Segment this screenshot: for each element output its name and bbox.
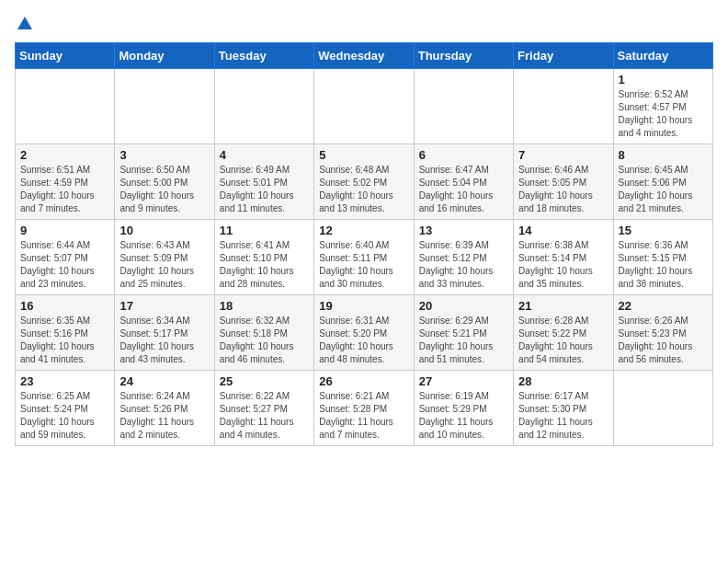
day-info: Sunrise: 6:45 AM Sunset: 5:06 PM Dayligh… (619, 164, 708, 215)
calendar-week-row: 9Sunrise: 6:44 AM Sunset: 5:07 PM Daylig… (16, 220, 713, 295)
calendar-week-row: 2Sunrise: 6:51 AM Sunset: 4:59 PM Daylig… (16, 144, 713, 220)
calendar-day-cell: 1Sunrise: 6:52 AM Sunset: 4:57 PM Daylig… (613, 69, 712, 144)
day-number: 6 (419, 148, 508, 162)
calendar-day-cell: 4Sunrise: 6:49 AM Sunset: 5:01 PM Daylig… (214, 144, 313, 220)
weekday-header: Friday (514, 43, 613, 69)
day-info: Sunrise: 6:28 AM Sunset: 5:22 PM Dayligh… (518, 315, 608, 366)
calendar-day-cell (16, 69, 115, 144)
day-info: Sunrise: 6:49 AM Sunset: 5:01 PM Dayligh… (220, 164, 309, 215)
weekday-header: Wednesday (314, 43, 414, 69)
day-number: 21 (518, 299, 608, 313)
day-number: 7 (518, 148, 608, 162)
day-info: Sunrise: 6:21 AM Sunset: 5:28 PM Dayligh… (319, 390, 408, 442)
calendar-day-cell: 21Sunrise: 6:28 AM Sunset: 5:22 PM Dayli… (514, 295, 613, 371)
day-info: Sunrise: 6:43 AM Sunset: 5:09 PM Dayligh… (119, 239, 209, 291)
calendar-day-cell (115, 69, 214, 144)
calendar-header-row: SundayMondayTuesdayWednesdayThursdayFrid… (16, 43, 713, 69)
day-info: Sunrise: 6:32 AM Sunset: 5:18 PM Dayligh… (220, 315, 309, 366)
day-info: Sunrise: 6:48 AM Sunset: 5:02 PM Dayligh… (319, 164, 408, 215)
calendar-week-row: 23Sunrise: 6:25 AM Sunset: 5:24 PM Dayli… (16, 371, 713, 446)
calendar-day-cell: 28Sunrise: 6:17 AM Sunset: 5:30 PM Dayli… (514, 371, 613, 446)
calendar-day-cell: 10Sunrise: 6:43 AM Sunset: 5:09 PM Dayli… (115, 220, 214, 295)
day-number: 4 (220, 148, 309, 162)
day-number: 17 (119, 299, 209, 313)
calendar-day-cell: 18Sunrise: 6:32 AM Sunset: 5:18 PM Dayli… (214, 295, 313, 371)
calendar-day-cell: 22Sunrise: 6:26 AM Sunset: 5:23 PM Dayli… (613, 295, 712, 371)
day-info: Sunrise: 6:35 AM Sunset: 5:16 PM Dayligh… (20, 315, 109, 366)
day-info: Sunrise: 6:29 AM Sunset: 5:21 PM Dayligh… (419, 315, 508, 366)
day-number: 11 (220, 224, 309, 237)
day-info: Sunrise: 6:17 AM Sunset: 5:30 PM Dayligh… (518, 390, 608, 442)
day-info: Sunrise: 6:41 AM Sunset: 5:10 PM Dayligh… (220, 239, 309, 291)
day-info: Sunrise: 6:39 AM Sunset: 5:12 PM Dayligh… (419, 239, 508, 291)
day-number: 25 (220, 374, 309, 388)
day-info: Sunrise: 6:31 AM Sunset: 5:20 PM Dayligh… (319, 315, 408, 366)
calendar-day-cell: 26Sunrise: 6:21 AM Sunset: 5:28 PM Dayli… (314, 371, 414, 446)
calendar-day-cell: 20Sunrise: 6:29 AM Sunset: 5:21 PM Dayli… (414, 295, 513, 371)
calendar-day-cell (314, 69, 414, 144)
day-info: Sunrise: 6:50 AM Sunset: 5:00 PM Dayligh… (119, 164, 209, 215)
calendar-day-cell: 15Sunrise: 6:36 AM Sunset: 5:15 PM Dayli… (613, 220, 712, 295)
calendar-day-cell: 13Sunrise: 6:39 AM Sunset: 5:12 PM Dayli… (414, 220, 513, 295)
calendar-day-cell: 9Sunrise: 6:44 AM Sunset: 5:07 PM Daylig… (16, 220, 115, 295)
day-number: 23 (20, 374, 109, 388)
day-number: 22 (619, 299, 708, 313)
day-number: 15 (619, 224, 708, 237)
logo-triangle-icon (16, 15, 34, 33)
day-number: 5 (319, 148, 408, 162)
weekday-header: Sunday (16, 43, 115, 69)
calendar-day-cell: 17Sunrise: 6:34 AM Sunset: 5:17 PM Dayli… (115, 295, 214, 371)
calendar-day-cell: 2Sunrise: 6:51 AM Sunset: 4:59 PM Daylig… (16, 144, 115, 220)
weekday-header: Monday (115, 43, 214, 69)
calendar-day-cell (514, 69, 613, 144)
day-info: Sunrise: 6:51 AM Sunset: 4:59 PM Dayligh… (20, 164, 109, 215)
day-info: Sunrise: 6:44 AM Sunset: 5:07 PM Dayligh… (20, 239, 109, 291)
day-info: Sunrise: 6:46 AM Sunset: 5:05 PM Dayligh… (518, 164, 608, 215)
day-info: Sunrise: 6:24 AM Sunset: 5:26 PM Dayligh… (119, 390, 209, 442)
day-number: 13 (419, 224, 508, 237)
day-number: 16 (20, 299, 109, 313)
calendar-day-cell: 6Sunrise: 6:47 AM Sunset: 5:04 PM Daylig… (414, 144, 513, 220)
logo (15, 15, 35, 33)
calendar-day-cell: 7Sunrise: 6:46 AM Sunset: 5:05 PM Daylig… (514, 144, 613, 220)
calendar-day-cell: 12Sunrise: 6:40 AM Sunset: 5:11 PM Dayli… (314, 220, 414, 295)
day-number: 14 (518, 224, 608, 237)
calendar-day-cell: 16Sunrise: 6:35 AM Sunset: 5:16 PM Dayli… (16, 295, 115, 371)
calendar-day-cell: 24Sunrise: 6:24 AM Sunset: 5:26 PM Dayli… (115, 371, 214, 446)
calendar-day-cell: 8Sunrise: 6:45 AM Sunset: 5:06 PM Daylig… (613, 144, 712, 220)
calendar-day-cell: 27Sunrise: 6:19 AM Sunset: 5:29 PM Dayli… (414, 371, 513, 446)
day-number: 2 (20, 148, 109, 162)
calendar-day-cell: 14Sunrise: 6:38 AM Sunset: 5:14 PM Dayli… (514, 220, 613, 295)
day-info: Sunrise: 6:47 AM Sunset: 5:04 PM Dayligh… (419, 164, 508, 215)
day-number: 10 (119, 224, 209, 237)
calendar-day-cell: 3Sunrise: 6:50 AM Sunset: 5:00 PM Daylig… (115, 144, 214, 220)
calendar-day-cell: 25Sunrise: 6:22 AM Sunset: 5:27 PM Dayli… (214, 371, 313, 446)
day-info: Sunrise: 6:34 AM Sunset: 5:17 PM Dayligh… (119, 315, 209, 366)
day-number: 3 (119, 148, 209, 162)
day-number: 12 (319, 224, 408, 237)
calendar-day-cell: 23Sunrise: 6:25 AM Sunset: 5:24 PM Dayli… (16, 371, 115, 446)
svg-marker-0 (17, 17, 32, 29)
day-number: 1 (619, 73, 708, 86)
weekday-header: Tuesday (214, 43, 313, 69)
calendar-day-cell (613, 371, 712, 446)
day-info: Sunrise: 6:22 AM Sunset: 5:27 PM Dayligh… (220, 390, 309, 442)
weekday-header: Thursday (414, 43, 513, 69)
day-info: Sunrise: 6:40 AM Sunset: 5:11 PM Dayligh… (319, 239, 408, 291)
day-number: 24 (119, 374, 209, 388)
calendar-week-row: 16Sunrise: 6:35 AM Sunset: 5:16 PM Dayli… (16, 295, 713, 371)
day-info: Sunrise: 6:26 AM Sunset: 5:23 PM Dayligh… (619, 315, 708, 366)
calendar-table: SundayMondayTuesdayWednesdayThursdayFrid… (15, 42, 713, 446)
day-info: Sunrise: 6:36 AM Sunset: 5:15 PM Dayligh… (619, 239, 708, 291)
calendar-day-cell: 19Sunrise: 6:31 AM Sunset: 5:20 PM Dayli… (314, 295, 414, 371)
day-info: Sunrise: 6:19 AM Sunset: 5:29 PM Dayligh… (419, 390, 508, 442)
day-info: Sunrise: 6:52 AM Sunset: 4:57 PM Dayligh… (619, 88, 708, 140)
calendar-day-cell: 11Sunrise: 6:41 AM Sunset: 5:10 PM Dayli… (214, 220, 313, 295)
day-number: 8 (619, 148, 708, 162)
calendar-week-row: 1Sunrise: 6:52 AM Sunset: 4:57 PM Daylig… (16, 69, 713, 144)
day-info: Sunrise: 6:25 AM Sunset: 5:24 PM Dayligh… (20, 390, 109, 442)
calendar-day-cell: 5Sunrise: 6:48 AM Sunset: 5:02 PM Daylig… (314, 144, 414, 220)
day-number: 26 (319, 374, 408, 388)
day-number: 27 (419, 374, 508, 388)
calendar-day-cell (414, 69, 513, 144)
